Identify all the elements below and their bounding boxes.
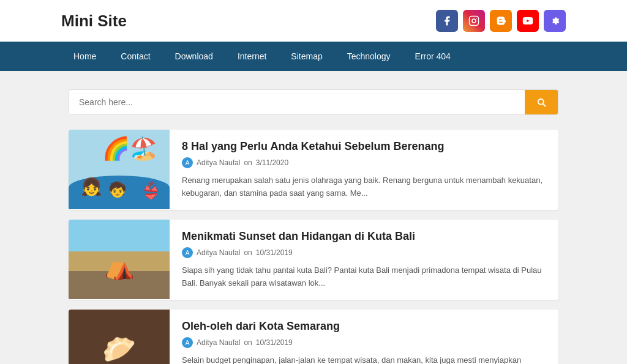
article-card-semarang: 🥟 Oleh-oleh dari Kota Semarang A Aditya …	[69, 310, 558, 364]
article-title-bali[interactable]: Menikmati Sunset dan Hidangan di Kuta Ba…	[182, 229, 546, 243]
blogger-icon[interactable]	[490, 10, 512, 32]
author-on-bali: on	[244, 248, 252, 257]
article-card-swimming: 🌈🏖️ 👧 🧒 👙 8 Hal yang Perlu Anda Ketahui …	[69, 130, 558, 210]
article-body-bali: Menikmati Sunset dan Hidangan di Kuta Ba…	[170, 220, 558, 300]
article-title-swimming[interactable]: 8 Hal yang Perlu Anda Ketahui Sebelum Be…	[182, 139, 546, 154]
author-on-swimming: on	[244, 158, 252, 167]
header: Mini Site	[0, 0, 627, 42]
search-input[interactable]	[69, 90, 525, 114]
article-date-semarang: 10/31/2019	[256, 338, 293, 347]
article-meta-semarang: A Aditya Naufal on 10/31/2019	[182, 337, 546, 348]
article-thumbnail-semarang: 🥟	[69, 310, 170, 364]
nav-contact[interactable]: Contact	[108, 42, 162, 71]
article-thumbnail-swimming: 🌈🏖️ 👧 🧒 👙	[69, 130, 170, 209]
svg-rect-0	[470, 17, 479, 26]
article-excerpt-swimming: Renang merupakan salah satu jenis olahra…	[182, 174, 546, 200]
author-avatar-bali: A	[182, 247, 193, 258]
article-date-swimming: 3/11/2020	[256, 158, 288, 167]
article-body-swimming: 8 Hal yang Perlu Anda Ketahui Sebelum Be…	[170, 130, 558, 210]
nav-internet[interactable]: Internet	[225, 42, 279, 71]
article-meta-bali: A Aditya Naufal on 10/31/2019	[182, 247, 546, 258]
author-name-bali: Aditya Naufal	[197, 248, 240, 257]
article-excerpt-semarang: Selain budget penginapan, jalan-jalan ke…	[182, 354, 546, 364]
article-excerpt-bali: Siapa sih yang tidak tahu pantai kuta Ba…	[182, 264, 546, 290]
nav-technology[interactable]: Technology	[335, 42, 403, 71]
nav-error404[interactable]: Error 404	[403, 42, 463, 71]
author-name-swimming: Aditya Naufal	[197, 158, 240, 167]
site-title: Mini Site	[61, 12, 127, 31]
instagram-icon[interactable]	[463, 10, 485, 32]
navbar: Home Contact Download Internet Sitemap T…	[0, 42, 627, 71]
article-thumbnail-bali: ⛺	[69, 220, 170, 299]
svg-point-2	[476, 18, 477, 19]
nav-sitemap[interactable]: Sitemap	[279, 42, 334, 71]
gear-icon[interactable]	[544, 10, 566, 32]
author-avatar-swimming: A	[182, 157, 193, 168]
facebook-icon[interactable]	[436, 10, 458, 32]
social-icons	[436, 10, 566, 32]
author-name-semarang: Aditya Naufal	[197, 338, 240, 347]
nav-download[interactable]: Download	[163, 42, 225, 71]
article-date-bali: 10/31/2019	[256, 248, 293, 257]
article-body-semarang: Oleh-oleh dari Kota Semarang A Aditya Na…	[170, 310, 558, 364]
article-title-semarang[interactable]: Oleh-oleh dari Kota Semarang	[182, 319, 546, 333]
youtube-icon[interactable]	[517, 10, 539, 32]
search-bar	[69, 89, 558, 115]
author-avatar-semarang: A	[182, 337, 193, 348]
svg-point-1	[472, 19, 476, 23]
search-icon	[536, 97, 547, 108]
search-button[interactable]	[525, 90, 558, 114]
nav-home[interactable]: Home	[61, 42, 108, 71]
article-meta-swimming: A Aditya Naufal on 3/11/2020	[182, 157, 546, 168]
author-on-semarang: on	[244, 338, 252, 347]
food-icon: 🥟	[102, 333, 136, 364]
content-area: 🌈🏖️ 👧 🧒 👙 8 Hal yang Perlu Anda Ketahui …	[62, 89, 565, 364]
article-card-bali: ⛺ Menikmati Sunset dan Hidangan di Kuta …	[69, 220, 558, 300]
